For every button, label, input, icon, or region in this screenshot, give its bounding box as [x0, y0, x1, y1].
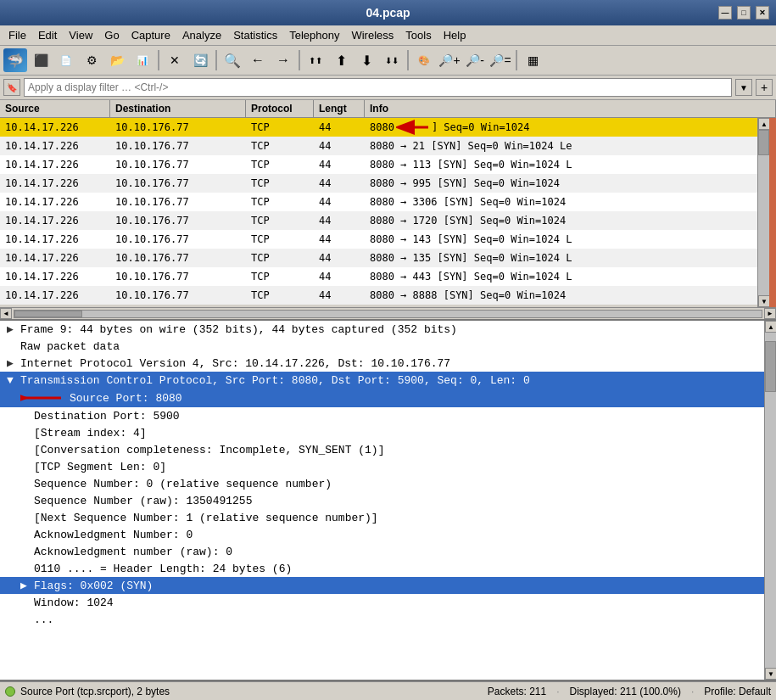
- expand-arrow-icon: ▼: [7, 374, 17, 387]
- menu-capture[interactable]: Capture: [126, 27, 176, 43]
- detail-row-conv[interactable]: [Conversation completeness: Incomplete, …: [0, 441, 764, 458]
- menu-telephony[interactable]: Telephony: [284, 27, 344, 43]
- table-row[interactable]: 10.14.17.226 10.10.176.77 TCP 44 8080 → …: [0, 286, 757, 305]
- expand-arrow-icon: ▶: [7, 322, 17, 336]
- menu-edit[interactable]: Edit: [33, 27, 62, 43]
- options-button[interactable]: ⚙: [80, 48, 103, 72]
- detail-row-stream[interactable]: [Stream index: 4]: [0, 424, 764, 441]
- filter-input[interactable]: [24, 78, 732, 97]
- stop-button[interactable]: ⬛: [29, 48, 53, 72]
- status-bar: Source Port (tcp.srcport), 2 bytes Packe…: [0, 681, 776, 700]
- table-row[interactable]: 10.14.17.226 10.10.176.77 TCP 44 8080 → …: [0, 174, 757, 193]
- packet-list-header: Source Destination Protocol Lengt Info: [0, 100, 776, 118]
- zoom-reset-button[interactable]: 🔎=: [488, 48, 512, 72]
- cell-source: 10.14.17.226: [0, 213, 110, 228]
- jump-last-button[interactable]: ⬇⬇: [380, 48, 404, 72]
- detail-row-frame[interactable]: ▶ Frame 9: 44 bytes on wire (352 bits), …: [0, 321, 764, 338]
- cell-proto: TCP: [246, 194, 314, 210]
- maximize-button[interactable]: □: [737, 6, 751, 20]
- toolbar: 🦈 ⬛ 📄 ⚙ 📂 📊 ✕ 🔄 🔍 ← → ⬆⬆ ⬆ ⬇ ⬇⬇ 🎨 🔎+ 🔎- …: [0, 46, 776, 76]
- table-row[interactable]: 10.14.17.226 10.10.176.77 TCP 44 8080 → …: [0, 193, 757, 211]
- colorize-button[interactable]: 🎨: [412, 48, 436, 72]
- detail-row-ip[interactable]: ▶ Internet Protocol Version 4, Src: 10.1…: [0, 355, 764, 372]
- menu-wireless[interactable]: Wireless: [346, 27, 399, 43]
- detail-text: [Next Sequence Number: 1 (relative seque…: [34, 512, 378, 524]
- menu-analyze[interactable]: Analyze: [177, 27, 226, 43]
- detail-row-seg-len[interactable]: [TCP Segment Len: 0]: [0, 458, 764, 475]
- detail-row-dst-port[interactable]: Destination Port: 5900: [0, 407, 764, 424]
- forward-button[interactable]: →: [271, 48, 295, 72]
- zoom-in-button[interactable]: 🔎+: [438, 48, 461, 72]
- cell-info: 8080 → 8888 [SYN] Seq=0 Win=1024: [365, 288, 757, 303]
- table-row[interactable]: 10.14.17.226 10.10.176.77 TCP 44 8080 → …: [0, 155, 757, 174]
- status-text: Source Port (tcp.srcport), 2 bytes: [20, 686, 170, 697]
- table-row[interactable]: 10.14.17.226 10.10.176.77 TCP 44 8080 → …: [0, 249, 757, 267]
- back-button[interactable]: ←: [246, 48, 270, 72]
- packet-list-scrollbar[interactable]: ▲ ▼: [757, 118, 769, 307]
- horizontal-scrollbar[interactable]: ◄ ►: [0, 307, 776, 319]
- detail-row-flags[interactable]: ▶ Flags: 0x002 (SYN): [0, 577, 764, 594]
- cell-info: 8080 → 143 [SYN] Seq=0 Win=1024 L: [365, 232, 757, 247]
- jump-up-button[interactable]: ⬆: [329, 48, 353, 72]
- add-filter-button[interactable]: +: [756, 79, 773, 96]
- detail-row-window[interactable]: Window: 1024: [0, 594, 764, 611]
- menu-go[interactable]: Go: [99, 27, 124, 43]
- detail-row-ack[interactable]: Acknowledgment Number: 0: [0, 526, 764, 543]
- detail-scrollbar[interactable]: ▲ ▼: [764, 321, 776, 680]
- scroll-track: [758, 130, 769, 295]
- detail-scroll-up-button[interactable]: ▲: [765, 321, 776, 333]
- detail-row-tcp[interactable]: ▼ Transmission Control Protocol, Src Por…: [0, 372, 764, 389]
- scroll-right-button[interactable]: ►: [764, 308, 776, 319]
- header-length: Lengt: [314, 100, 365, 117]
- window-controls[interactable]: — □ ✕: [718, 6, 769, 20]
- table-row[interactable]: 10.14.17.226 10.10.176.77 TCP 44 8080 → …: [0, 211, 757, 230]
- zoom-out-button[interactable]: 🔎-: [463, 48, 487, 72]
- table-row[interactable]: 10.14.17.226 10.10.176.77 TCP 44 8080 → …: [0, 267, 757, 286]
- menu-file[interactable]: File: [3, 27, 31, 43]
- minimize-button[interactable]: —: [718, 6, 732, 20]
- detail-text: Window: 1024: [34, 596, 114, 609]
- scroll-up-button[interactable]: ▲: [758, 118, 770, 130]
- cell-len: 44: [314, 176, 365, 191]
- filter-bar: 🔖 ▼ +: [0, 76, 776, 100]
- reload-button[interactable]: 🔄: [188, 48, 212, 72]
- app-icon: 🦈: [3, 48, 27, 72]
- save-button[interactable]: 📊: [131, 48, 154, 72]
- table-row[interactable]: 10.14.17.226 10.10.176.77 TCP 44 8080 ]: [0, 118, 757, 137]
- h-scroll-thumb[interactable]: [14, 311, 82, 317]
- detail-pane: ▶ Frame 9: 44 bytes on wire (352 bits), …: [0, 321, 764, 680]
- cell-dest: 10.10.176.77: [110, 232, 246, 247]
- detail-row-ack-raw[interactable]: Acknowledgment number (raw): 0: [0, 543, 764, 560]
- detail-row-more[interactable]: ...: [0, 611, 764, 628]
- close-button[interactable]: ✕: [756, 6, 769, 20]
- detail-scroll-down-button[interactable]: ▼: [765, 668, 776, 680]
- layout-button[interactable]: ▦: [521, 48, 544, 72]
- menu-help[interactable]: Help: [438, 27, 472, 43]
- detail-row-next-seq[interactable]: [Next Sequence Number: 1 (relative seque…: [0, 509, 764, 526]
- filter-dropdown-button[interactable]: ▼: [735, 79, 752, 96]
- find-button[interactable]: 🔍: [221, 48, 244, 72]
- detail-row-header-len[interactable]: 0110 .... = Header Length: 24 bytes (6): [0, 560, 764, 577]
- jump-down-button[interactable]: ⬇: [355, 48, 378, 72]
- detail-row-seq-raw[interactable]: Sequence Number (raw): 1350491255: [0, 492, 764, 509]
- cell-len: 44: [314, 250, 365, 266]
- close-capture-button[interactable]: ✕: [163, 48, 187, 72]
- filter-bookmark-icon[interactable]: 🔖: [3, 79, 20, 96]
- restart-button[interactable]: 📄: [54, 48, 78, 72]
- detail-scroll-thumb[interactable]: [765, 341, 776, 392]
- scroll-down-button[interactable]: ▼: [758, 295, 770, 307]
- menu-view[interactable]: View: [64, 27, 98, 43]
- jump-first-button[interactable]: ⬆⬆: [304, 48, 327, 72]
- detail-row-raw[interactable]: Raw packet data: [0, 338, 764, 355]
- scroll-thumb[interactable]: [758, 130, 769, 155]
- open-button[interactable]: 📂: [105, 48, 129, 72]
- menu-statistics[interactable]: Statistics: [228, 27, 282, 43]
- detail-row-seq[interactable]: Sequence Number: 0 (relative sequence nu…: [0, 475, 764, 492]
- detail-row-src-port[interactable]: Source Port: 8080: [0, 389, 764, 407]
- detail-scroll-track: [765, 333, 776, 668]
- menu-tools[interactable]: Tools: [400, 27, 436, 43]
- table-row[interactable]: 10.14.17.226 10.10.176.77 TCP 44 8080 → …: [0, 137, 757, 155]
- window-title: 04.pcap: [366, 6, 410, 20]
- table-row[interactable]: 10.14.17.226 10.10.176.77 TCP 44 8080 → …: [0, 230, 757, 249]
- scroll-left-button[interactable]: ◄: [0, 308, 12, 319]
